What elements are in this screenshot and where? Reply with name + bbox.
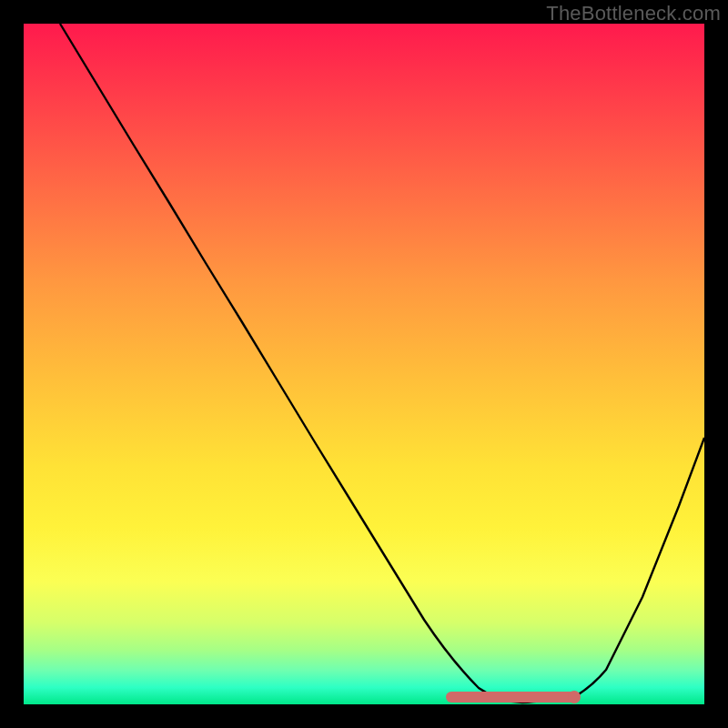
chart-svg <box>24 24 704 704</box>
watermark-text: TheBottleneck.com <box>546 2 721 25</box>
bottleneck-curve <box>60 24 704 703</box>
plot-area <box>24 24 704 704</box>
optimal-range-end-dot <box>568 691 581 703</box>
chart-frame: TheBottleneck.com <box>0 0 728 728</box>
